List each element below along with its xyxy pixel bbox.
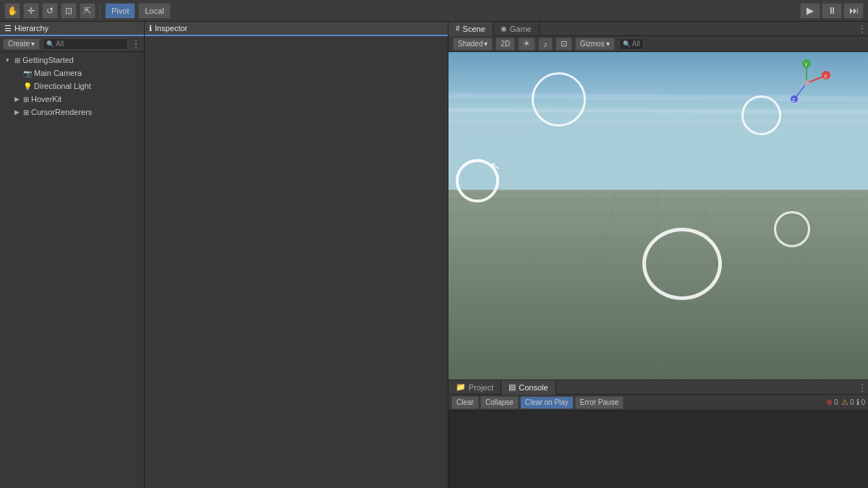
inspector-panel: ℹ Inspector (145, 22, 448, 488)
svg-point-29 (804, 80, 809, 86)
hierarchy-item-main-camera[interactable]: ▶ 📷 Main Camera (0, 67, 144, 80)
hoverkit-icon: ⊞ (23, 95, 29, 103)
cursor-renderers-arrow-icon: ▶ (14, 108, 23, 116)
clear-on-play-button[interactable]: Clear on Play (520, 396, 574, 409)
tab-console[interactable]: ▤ Console (501, 380, 556, 395)
light-icon: 💡 (23, 82, 32, 90)
collapse-button[interactable]: Collapse (480, 396, 519, 409)
console-panel: 📁 Project ▤ Console ⋮ Clear Collapse (448, 380, 868, 488)
hierarchy-toolbar: Create ▾ 🔍 All ⋮ (0, 36, 144, 52)
error-count-badge: ⊗ 0 (826, 398, 838, 407)
rotate-tool-icon[interactable]: ↺ (42, 3, 58, 19)
lighting-icon-btn[interactable]: ☀ (518, 38, 535, 51)
bottom-panels: 📁 Project ▤ Console ⋮ Clear Collapse (448, 380, 868, 488)
scene-viewport[interactable]: X Y Z ↖ (448, 52, 868, 380)
scene-search-icon: 🔍 (623, 40, 631, 48)
game-tab-icon: ◉ (501, 25, 507, 33)
error-pause-label: Error Pause (580, 398, 618, 406)
svg-text:Z: Z (792, 98, 796, 103)
tab-game[interactable]: ◉ Game (493, 22, 540, 36)
scene-tab-menu-icon[interactable]: ⋮ (856, 22, 868, 36)
collapse-label: Collapse (485, 398, 514, 406)
pause-button[interactable]: ⏸ (822, 3, 842, 19)
console-tab-icon: ▤ (509, 382, 516, 392)
console-tabs: 📁 Project ▤ Console ⋮ (448, 380, 868, 395)
scene-tab-icon: # (456, 25, 460, 33)
hierarchy-panel: ☰ Hierarchy Create ▾ 🔍 All ⋮ ▾ ⊞ Getting… (0, 22, 145, 488)
scene-game-tabs: # Scene ◉ Game ⋮ (448, 22, 868, 36)
warning-count-badge: ⚠ 0 (841, 398, 854, 407)
gizmos-button[interactable]: Gizmos ▾ (575, 38, 615, 51)
scene-toolbar: Shaded ▾ 2D ☀ ♪ ⊡ Gizmos ▾ 🔍 All (448, 36, 868, 52)
move-tool-icon[interactable]: ✛ (23, 3, 39, 19)
hierarchy-search-all: All (56, 40, 64, 48)
hand-tool-icon[interactable]: ✋ (4, 3, 20, 19)
hierarchy-search-icon: 🔍 (46, 40, 54, 48)
svg-line-5 (448, 130, 868, 131)
cursor-renderers-icon: ⊞ (23, 108, 29, 116)
shading-arrow-icon: ▾ (484, 40, 488, 48)
2d-button[interactable]: 2D (495, 38, 515, 51)
gizmos-label: Gizmos (580, 40, 605, 48)
step-button[interactable]: ⏭ (843, 3, 864, 19)
warning-count: 0 (850, 398, 854, 406)
hierarchy-icon: ☰ (4, 24, 12, 33)
svg-line-20 (807, 76, 825, 83)
clear-on-play-label: Clear on Play (525, 398, 569, 406)
scene-background: X Y Z ↖ (448, 52, 868, 380)
right-panel: # Scene ◉ Game ⋮ Shaded ▾ 2D ☀ ♪ ⊡ Gizmo… (448, 22, 868, 488)
hierarchy-tab[interactable]: ☰ Hierarchy (0, 22, 144, 36)
error-count: 0 (834, 398, 838, 406)
tab-project[interactable]: 📁 Project (448, 380, 501, 395)
shading-button[interactable]: Shaded ▾ (453, 38, 493, 51)
cursor-renderers-label: CursorRenderers (31, 108, 92, 116)
hoverkit-label: HoverKit (31, 95, 61, 103)
hierarchy-tab-label: Hierarchy (14, 24, 48, 33)
play-controls: ▶ ⏸ ⏭ (800, 3, 864, 19)
console-tab-label: Console (519, 383, 548, 392)
hierarchy-item-directional-light[interactable]: ▶ 💡 Directional Light (0, 80, 144, 93)
scene-icon: ⊞ (14, 56, 20, 64)
pivot-button[interactable]: Pivot (105, 3, 135, 19)
unity-gizmo: X Y Z (781, 58, 832, 108)
directional-light-label: Directional Light (34, 82, 91, 90)
console-tab-menu-icon[interactable]: ⋮ (856, 380, 868, 395)
console-toolbar: Clear Collapse Clear on Play Error Pause… (448, 395, 868, 411)
scale-tool-icon[interactable]: ⊡ (61, 3, 77, 19)
clear-label: Clear (456, 398, 474, 406)
hierarchy-scene-root[interactable]: ▾ ⊞ GettingStarted (0, 53, 144, 67)
create-button[interactable]: Create ▾ (3, 38, 40, 50)
clear-button[interactable]: Clear (451, 396, 479, 409)
project-tab-icon: 📁 (456, 382, 466, 392)
hierarchy-item-cursor-renderers[interactable]: ▶ ⊞ CursorRenderers (0, 106, 144, 119)
inspector-tab[interactable]: ℹ Inspector (145, 22, 448, 36)
rect-tool-icon[interactable]: ⇱ (80, 3, 95, 19)
tab-scene[interactable]: # Scene (448, 22, 493, 36)
inspector-content (145, 36, 448, 488)
top-toolbar: ✋ ✛ ↺ ⊡ ⇱ Pivot Local ▶ ⏸ ⏭ (0, 0, 868, 22)
2d-label: 2D (501, 40, 510, 48)
svg-text:Y: Y (804, 62, 808, 67)
scene-circle-4 (774, 211, 810, 247)
create-arrow-icon: ▾ (31, 40, 35, 48)
scene-arrow-icon: ▾ (6, 56, 14, 64)
local-button[interactable]: Local (138, 3, 170, 19)
hierarchy-menu-icon[interactable]: ⋮ (131, 38, 141, 50)
scene-circle-5 (642, 228, 722, 300)
scene-tab-label: Scene (463, 25, 485, 33)
log-count-badge: ℹ 0 (856, 398, 865, 407)
audio-icon-btn[interactable]: ♪ (538, 38, 553, 51)
inspector-tab-label: Inspector (155, 24, 187, 33)
inspector-icon: ℹ (149, 24, 152, 33)
hoverkit-arrow-icon: ▶ (14, 95, 23, 103)
warning-icon: ⚠ (841, 398, 848, 407)
svg-line-4 (448, 121, 868, 122)
main-camera-label: Main Camera (34, 69, 82, 77)
log-icon: ℹ (856, 398, 859, 407)
hierarchy-item-hoverkit[interactable]: ▶ ⊞ HoverKit (0, 93, 144, 106)
play-button[interactable]: ▶ (800, 3, 820, 19)
effects-icon-btn[interactable]: ⊡ (556, 38, 572, 51)
error-pause-button[interactable]: Error Pause (575, 396, 624, 409)
svg-line-3 (448, 110, 868, 112)
scene-search-all: All (632, 40, 640, 48)
